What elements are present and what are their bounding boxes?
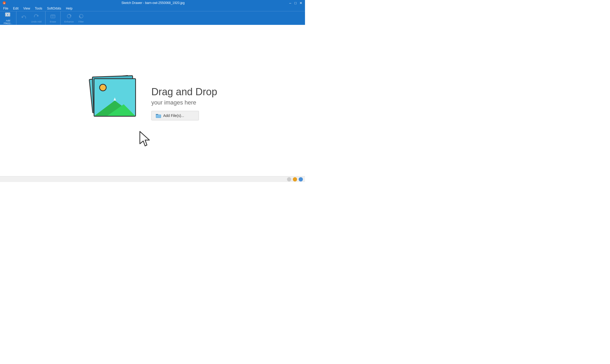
status-icon-3 <box>299 177 303 181</box>
main-content: Drag and Drop your images here Add File(… <box>0 25 305 182</box>
menu-softorbits[interactable]: SoftOrbits <box>45 6 63 11</box>
enhance-button[interactable]: Enhance <box>63 12 75 24</box>
menu-view[interactable]: View <box>21 6 32 11</box>
folder-icon <box>156 113 161 118</box>
cursor-icon <box>138 130 154 148</box>
menu-file[interactable]: File <box>1 6 10 11</box>
toolbar-group-undoredo: Undo Add <box>19 11 46 25</box>
redo-icon <box>33 13 39 20</box>
enhance-icon <box>66 13 72 20</box>
sun-decoration <box>99 84 107 91</box>
toolbar-group-add: AddFile(s)... <box>2 11 16 25</box>
undo-icon <box>21 15 27 21</box>
drop-illustration <box>88 74 141 133</box>
add-files-icon <box>5 12 11 19</box>
title-bar: S Sketch Drawer - barn-owl-2550068_1920.… <box>0 0 305 6</box>
svg-rect-17 <box>156 115 161 118</box>
menu-help[interactable]: Help <box>64 6 75 11</box>
app-icon: S <box>2 1 6 5</box>
erase-icon <box>50 13 56 20</box>
window-controls: – □ ✕ <box>288 1 303 5</box>
drop-area: Drag and Drop your images here Add File(… <box>88 74 217 133</box>
toolbar: AddFile(s)... Undo Add <box>0 11 305 25</box>
drag-drop-heading: Drag and Drop <box>151 87 217 98</box>
svg-marker-14 <box>140 131 149 146</box>
svg-text:S: S <box>3 2 5 4</box>
filter-label: Filter <box>79 20 84 23</box>
erase-button[interactable]: Erase <box>48 12 58 24</box>
close-button[interactable]: ✕ <box>299 1 303 5</box>
mountain-decoration <box>94 93 135 116</box>
status-bar <box>0 176 305 182</box>
redo-label: Undo Add <box>31 20 42 23</box>
status-icon-1 <box>287 177 291 181</box>
add-files-btn-label: Add File(s)... <box>163 113 184 118</box>
filter-button[interactable]: Filter <box>76 12 87 24</box>
window-title: Sketch Drawer - barn-owl-2550068_1920.jp… <box>18 1 288 5</box>
toolbar-group-process: Enhance Filter <box>63 11 89 25</box>
filter-icon <box>78 13 84 20</box>
undo-button[interactable] <box>19 13 29 23</box>
add-files-label: AddFile(s)... <box>4 19 12 25</box>
image-card-front <box>94 78 136 117</box>
minimize-button[interactable]: – <box>288 1 292 5</box>
add-files-toolbar-button[interactable]: AddFile(s)... <box>2 11 14 26</box>
svg-marker-13 <box>113 98 116 101</box>
menu-tools[interactable]: Tools <box>33 6 44 11</box>
menu-bar: File Edit View Tools SoftOrbits Help <box>0 6 305 11</box>
toolbar-group-erase: Erase <box>48 11 61 25</box>
enhance-label: Enhance <box>64 20 74 23</box>
menu-edit[interactable]: Edit <box>11 6 21 11</box>
add-files-button[interactable]: Add File(s)... <box>151 111 199 120</box>
drop-text-section: Drag and Drop your images here Add File(… <box>151 87 217 120</box>
maximize-button[interactable]: □ <box>293 1 298 5</box>
status-icon-2 <box>293 177 297 181</box>
drag-drop-subheading: your images here <box>151 99 217 106</box>
erase-label: Erase <box>50 20 56 23</box>
redo-button[interactable]: Undo Add <box>30 12 43 24</box>
